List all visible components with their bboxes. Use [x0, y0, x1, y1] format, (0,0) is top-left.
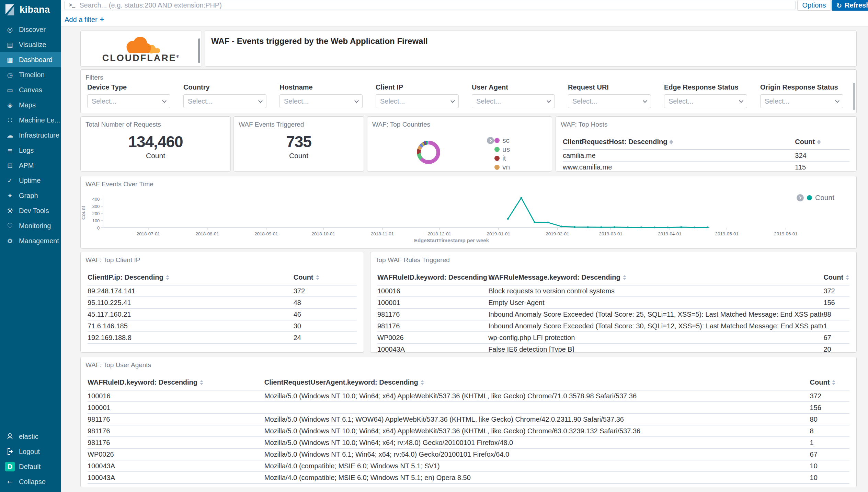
- sidebar-item-monitoring[interactable]: ♡Monitoring: [0, 218, 61, 233]
- sort-caret-icon[interactable]: [316, 275, 319, 280]
- table-cell: WP0026: [377, 332, 488, 343]
- top-countries-donut[interactable]: [417, 141, 440, 164]
- column-header-clientip-ip-descending[interactable]: ClientIP.ip: Descending: [88, 272, 294, 285]
- sidebar-item-graph[interactable]: ✦Graph: [0, 188, 61, 203]
- top-query-bar: >_ Search... (e.g. status:200 AND extens…: [61, 0, 868, 11]
- user-avatar-icon: [5, 432, 15, 441]
- table-cell: 1: [810, 437, 849, 448]
- sort-caret-icon[interactable]: [623, 275, 626, 280]
- sidebar-item-logs[interactable]: ≡Logs: [0, 143, 61, 158]
- chevron-down-icon: [450, 98, 455, 103]
- sort-caret-icon[interactable]: [846, 275, 849, 280]
- kibana-logo[interactable]: kibana: [0, 0, 61, 19]
- filter-select-client-ip[interactable]: Select...: [376, 94, 459, 108]
- svg-text:2018-11-01: 2018-11-01: [371, 231, 394, 236]
- sidebar-item-maps[interactable]: ◈Maps: [0, 97, 61, 113]
- sort-caret-icon[interactable]: [670, 140, 673, 144]
- column-header-clientrequestuseragent-keyword-descending[interactable]: ClientRequestUserAgent.keyword: Descendi…: [264, 377, 810, 390]
- sidebar-item-visualize[interactable]: ▤Visualize: [0, 37, 61, 52]
- sort-caret-icon[interactable]: [200, 380, 203, 385]
- column-header-clientrequesthost-descending[interactable]: ClientRequestHost: Descending: [563, 137, 795, 150]
- panel-total-requests: Total Number of Requests 134,460 Count: [80, 116, 231, 172]
- panel-scrollbar[interactable]: [198, 38, 200, 63]
- sidebar-item-logout[interactable]: Logout: [0, 444, 61, 459]
- column-header-count[interactable]: Count: [810, 377, 849, 390]
- sidebar-item-collapse[interactable]: ←Collapse: [0, 474, 61, 489]
- table-cell: 981176: [377, 320, 488, 332]
- chevron-down-icon: [643, 98, 647, 103]
- pie-legend: scusitvn: [494, 136, 510, 172]
- column-header-count[interactable]: Count: [795, 137, 849, 150]
- filter-select-edge-response-status[interactable]: Select...: [664, 94, 747, 108]
- top-client-ip-table: ClientIP.ip: DescendingCount89.248.174.1…: [81, 272, 364, 344]
- sidebar-item-label: Dev Tools: [19, 207, 49, 215]
- column-header-wafruleid-keyword-descending[interactable]: WAFRuleID.keyword: Descending: [377, 272, 488, 285]
- panel-scrollbar[interactable]: [853, 83, 855, 110]
- table-cell: Mozilla/5.0 (Windows NT 10.0; Win64; x64…: [264, 425, 810, 437]
- sort-caret-icon[interactable]: [817, 140, 821, 144]
- sort-caret-icon[interactable]: [832, 380, 835, 385]
- legend-item-us[interactable]: us: [494, 145, 510, 154]
- legend-toggle-icon[interactable]: [487, 137, 494, 144]
- metric-unit: Count: [234, 152, 364, 160]
- legend-item-it[interactable]: it: [494, 154, 510, 163]
- metric-title: Total Number of Requests: [81, 117, 230, 128]
- table-cell: 67: [823, 332, 849, 343]
- sidebar-item-dashboard[interactable]: ▦Dashboard: [0, 52, 61, 67]
- sidebar-item-discover[interactable]: ◎Discover: [0, 22, 61, 37]
- legend-item-sc[interactable]: sc: [494, 136, 510, 145]
- add-filter-link[interactable]: Add a filter +: [65, 15, 104, 24]
- table-cell: 80: [810, 413, 849, 425]
- legend-item-vn[interactable]: vn: [494, 163, 510, 172]
- cloud-icon: ☁: [5, 131, 15, 139]
- sidebar-item-default[interactable]: DDefault: [0, 459, 61, 474]
- sidebar-item-timelion[interactable]: ◷Timelion: [0, 67, 61, 82]
- sidebar-item-uptime[interactable]: ✓Uptime: [0, 173, 61, 188]
- sidebar-item-canvas[interactable]: ▭Canvas: [0, 82, 61, 97]
- filter-select-device-type[interactable]: Select...: [87, 94, 170, 108]
- filter-select-request-uri[interactable]: Select...: [568, 94, 651, 108]
- sort-caret-icon[interactable]: [166, 275, 169, 280]
- options-button[interactable]: Options: [797, 0, 831, 11]
- table-cell: 981176: [88, 437, 264, 448]
- sidebar-item-management[interactable]: ⚙Management: [0, 233, 61, 248]
- table-cell: 10: [810, 460, 849, 472]
- table-row: 981176Mozilla/5.0 (Windows NT 10.0; Win6…: [88, 437, 849, 448]
- filter-label: Request URI: [568, 83, 651, 91]
- sidebar-item-label: Uptime: [19, 177, 41, 185]
- sidebar-item-apm[interactable]: ⊡APM: [0, 158, 61, 173]
- dashboard-canvas: CLOUDFLARE® WAF - Events triggered by th…: [61, 26, 868, 492]
- table-cell: Block requests to version control system…: [488, 285, 823, 297]
- sidebar-item-dev-tools[interactable]: ⚒Dev Tools: [0, 203, 61, 218]
- legend-toggle-icon[interactable]: [797, 194, 804, 201]
- sidebar-item-label: Timelion: [19, 71, 45, 79]
- column-header-count[interactable]: Count: [294, 272, 357, 285]
- filter-select-user-agent[interactable]: Select...: [472, 94, 555, 108]
- table-row: WP0026Mozilla/5.0 (Windows NT 6.1; Win64…: [88, 448, 849, 460]
- column-header-wafruleid-keyword-descending[interactable]: WAFRuleID.keyword: Descending: [88, 377, 264, 390]
- legend-series-label[interactable]: Count: [815, 194, 834, 202]
- sidebar-item-label: Discover: [19, 26, 46, 34]
- select-placeholder: Select...: [476, 97, 501, 105]
- sidebar-item-elastic[interactable]: elastic: [0, 429, 61, 444]
- filter-select-origin-response-status[interactable]: Select...: [760, 94, 843, 108]
- table-cell: 372: [810, 390, 849, 402]
- refresh-button[interactable]: ↻ Refresh: [832, 0, 868, 11]
- select-placeholder: Select...: [188, 97, 213, 105]
- filter-select-hostname[interactable]: Select...: [279, 94, 363, 108]
- panel-filters: Filters Device TypeSelect...CountrySelec…: [80, 69, 857, 113]
- filter-select-country[interactable]: Select...: [183, 94, 266, 108]
- sidebar-item-label: Visualize: [19, 41, 46, 49]
- column-header-count[interactable]: Count: [823, 272, 849, 285]
- column-header-wafrulemessage-keyword-descending[interactable]: WAFRuleMessage.keyword: Descending: [488, 272, 823, 285]
- sort-caret-icon[interactable]: [421, 380, 424, 385]
- sidebar-item-machine-le[interactable]: ∷Machine Le...: [0, 113, 61, 128]
- search-input[interactable]: >_ Search... (e.g. status:200 AND extens…: [64, 1, 796, 10]
- svg-text:400: 400: [92, 197, 100, 202]
- column-header-label: WAFRuleID.keyword: Descending: [88, 378, 197, 386]
- filter-label: Origin Response Status: [760, 83, 843, 91]
- sidebar-item-infrastructure[interactable]: ☁Infrastructure: [0, 128, 61, 143]
- logout-door-icon: [5, 447, 15, 456]
- table-cell: 324: [795, 150, 849, 161]
- filter-label: Country: [183, 83, 266, 91]
